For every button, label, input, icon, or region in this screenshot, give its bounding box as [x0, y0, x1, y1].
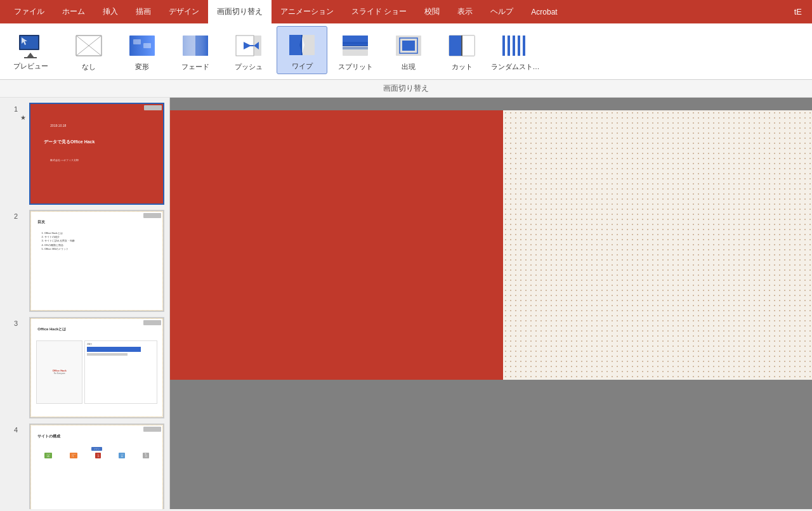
slide-content-3: Office Hackとは Office Hack For Everyone 2… — [30, 318, 163, 418]
wipe-icon — [287, 30, 317, 60]
cut-icon — [447, 30, 477, 61]
slide-badge-3 — [143, 320, 161, 325]
slide-content-1: 2019.10.18 データで見るOffice Hack 株式会社○○オフィス太… — [30, 104, 163, 204]
user-area: tE — [789, 0, 807, 23]
slide-number-1: 1 — [5, 105, 18, 113]
s1-title: データで見るOffice Hack — [44, 139, 95, 145]
svg-rect-43 — [510, 36, 513, 56]
slide-content-2: 目次 1. Office Hackとは 2. サイトの紹介 3. サイトに訪れる… — [30, 211, 163, 311]
split-icon — [340, 30, 370, 61]
svg-rect-46 — [525, 36, 528, 56]
svg-marker-2 — [27, 53, 34, 58]
slide-number-3: 3 — [5, 320, 18, 327]
menu-view[interactable]: 表示 — [449, 0, 481, 23]
svg-rect-45 — [520, 36, 523, 56]
slide-star-1: ★ — [20, 114, 28, 121]
slide-image-3[interactable]: Office Hackとは Office Hack For Everyone 2… — [29, 317, 164, 419]
slide-number-4: 4 — [5, 426, 18, 434]
preview-button[interactable]: プレビュー — [5, 26, 56, 74]
slide-panel[interactable]: 1 ★ 2019.10.18 データで見るOffice Hack 株式会社○○オ… — [0, 98, 170, 509]
transition-fade[interactable]: フェード — [170, 26, 221, 74]
menu-acrobat[interactable]: Acrobat — [522, 0, 566, 23]
section-label: 画面切り替え — [0, 80, 812, 98]
push-label: プッシュ — [235, 62, 263, 72]
slide-thumb-2[interactable]: 2 目次 1. Office Hackとは 2. サイトの紹介 3. サイトに訪… — [5, 210, 164, 312]
slide-badge-4 — [143, 427, 161, 432]
transition-random[interactable]: ランダムスト… — [490, 26, 540, 74]
svg-marker-28 — [343, 47, 368, 49]
slide-badge-1 — [144, 105, 162, 110]
s2-title: 目次 — [37, 219, 45, 225]
svg-rect-44 — [515, 36, 518, 56]
s1-sub: 株式会社○○オフィス太郎 — [50, 158, 79, 162]
svg-marker-27 — [343, 42, 368, 44]
transition-push[interactable]: プッシュ — [223, 26, 274, 74]
henkei-label: 変形 — [135, 62, 149, 72]
svg-rect-30 — [402, 41, 415, 51]
svg-rect-10 — [143, 43, 151, 48]
push-icon — [233, 30, 264, 61]
main-area: 1 ★ 2019.10.18 データで見るOffice Hack 株式会社○○オ… — [0, 98, 812, 509]
slide-content-4: サイトの構成 メイン Word145 Excel71 PP15 Out14 — [30, 425, 163, 509]
transition-wipe[interactable]: ワイプ — [277, 26, 327, 74]
s2-items: 1. Office Hackとは 2. サイトの紹介 3. サイトに訪れる男女・… — [42, 231, 75, 252]
shutsugen-label: 出現 — [402, 62, 416, 72]
nashi-label: なし — [82, 62, 96, 72]
menu-slideshow[interactable]: スライド ショー — [343, 0, 416, 23]
slide-badge-2 — [143, 213, 161, 218]
preview-icon — [15, 30, 46, 60]
menu-home[interactable]: ホーム — [53, 0, 94, 23]
svg-rect-1 — [20, 36, 38, 49]
main-slide-right: 2019.10.18 データで — [503, 110, 812, 380]
app-title-area — [566, 0, 789, 23]
menu-design[interactable]: デザイン — [160, 0, 208, 23]
wipe-label: ワイプ — [292, 61, 313, 71]
fade-label: フェード — [181, 62, 209, 72]
s1-date: 2019.10.18 — [50, 124, 66, 127]
slide-thumb-1[interactable]: 1 ★ 2019.10.18 データで見るOffice Hack 株式会社○○オ… — [5, 103, 164, 205]
slide-image-2[interactable]: 目次 1. Office Hackとは 2. サイトの紹介 3. サイトに訪れる… — [29, 210, 164, 312]
menu-draw[interactable]: 描画 — [127, 0, 160, 23]
fade-icon — [180, 30, 211, 61]
svg-rect-9 — [133, 39, 141, 44]
preview-label: プレビュー — [13, 61, 48, 71]
ribbon: プレビュー なし — [0, 23, 812, 80]
transition-split[interactable]: スプリット — [330, 26, 381, 74]
transition-shutsugen[interactable]: 出現 — [383, 26, 434, 74]
split-label: スプリット — [338, 62, 373, 72]
nashi-icon — [74, 30, 104, 61]
cut-label: カット — [452, 62, 473, 72]
svg-rect-34 — [462, 36, 475, 56]
shutsugen-icon — [393, 30, 424, 61]
section-label-text: 画面切り替え — [383, 83, 429, 94]
menu-review[interactable]: 校閲 — [416, 0, 449, 23]
henkei-icon — [127, 30, 157, 61]
slide-image-1[interactable]: 2019.10.18 データで見るOffice Hack 株式会社○○オフィス太… — [29, 103, 164, 205]
random-label: ランダムスト… — [491, 62, 540, 72]
slide-thumb-3[interactable]: 3 Office Hackとは Office Hack For Everyone — [5, 317, 164, 419]
canvas-area: 2019.10.18 データで — [170, 98, 812, 509]
svg-rect-33 — [449, 36, 462, 56]
svg-rect-42 — [505, 36, 508, 56]
menu-help[interactable]: ヘルプ — [481, 0, 522, 23]
slide-thumb-4[interactable]: 4 サイトの構成 メイン Word145 — [5, 424, 164, 509]
menu-file[interactable]: ファイル — [5, 0, 53, 23]
ribbon-content: プレビュー なし — [0, 23, 812, 79]
menu-transitions[interactable]: 画面切り替え — [208, 0, 272, 23]
transition-nashi[interactable]: なし — [63, 26, 114, 74]
random-icon — [500, 30, 530, 61]
slide-image-4[interactable]: サイトの構成 メイン Word145 Excel71 PP15 Out14 — [29, 424, 164, 509]
slide-number-2: 2 — [5, 212, 18, 220]
svg-rect-13 — [183, 36, 195, 56]
menu-insert[interactable]: 挿入 — [94, 0, 127, 23]
s4-title: サイトの構成 — [37, 434, 60, 439]
menu-bar: ファイル ホーム 挿入 描画 デザイン 画面切り替え アニメーション スライド … — [0, 0, 812, 23]
s3-title: Office Hackとは — [37, 327, 66, 332]
transition-cut[interactable]: カット — [436, 26, 487, 74]
menu-animations[interactable]: アニメーション — [272, 0, 343, 23]
main-slide-left — [170, 110, 503, 380]
transition-henkei[interactable]: 変形 — [117, 26, 167, 74]
